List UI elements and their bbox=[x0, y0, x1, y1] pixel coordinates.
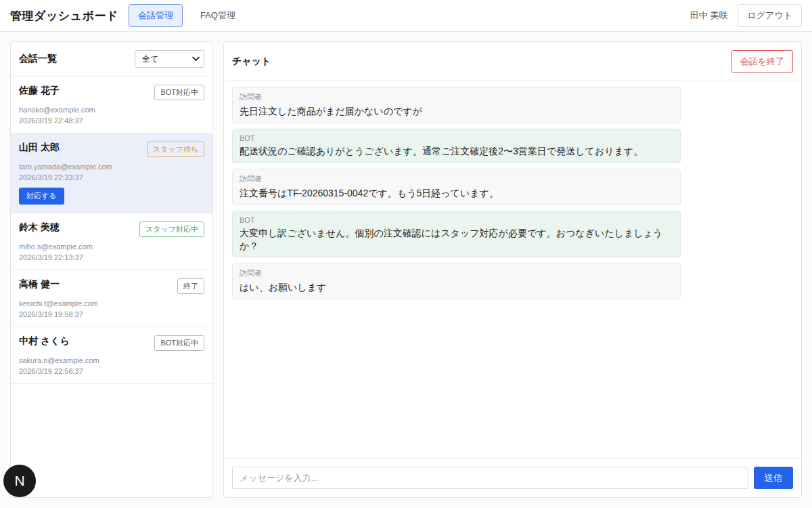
chat-message: BOT 配送状況のご確認ありがとうございます。通常ご注文確定後2〜3営業日で発送… bbox=[232, 129, 681, 163]
take-over-button[interactable]: 対応する bbox=[19, 188, 64, 205]
chat-message: 訪問者 はい、お願いします bbox=[232, 263, 681, 299]
visitor-email: miho.s@example.com bbox=[19, 242, 204, 251]
message-text: はい、お願いします bbox=[240, 281, 673, 294]
content-area: 会話一覧 全て 佐藤 花子 BOT対応中 hanako@example.com bbox=[0, 32, 812, 508]
chat-input-bar: 送信 bbox=[224, 458, 801, 497]
message-sender-label: 訪問者 bbox=[240, 92, 673, 102]
page-title: 管理ダッシュボード bbox=[10, 8, 118, 24]
conversation-list-item[interactable]: 中村 さくら BOT対応中 sakura.n@example.com 2026/… bbox=[11, 327, 212, 384]
chat-title: チャット bbox=[232, 56, 271, 68]
chat-messages: 訪問者 先日注文した商品がまだ届かないのですが BOT 配送状況のご確認ありがと… bbox=[224, 81, 801, 458]
status-badge: スタッフ待ち bbox=[147, 142, 204, 157]
message-input[interactable] bbox=[232, 467, 748, 489]
conversation-timestamp: 2026/3/19 19:58:37 bbox=[19, 310, 204, 318]
message-sender-label: 訪問者 bbox=[240, 268, 673, 278]
logout-button[interactable]: ログアウト bbox=[738, 4, 802, 27]
visitor-name: 鈴木 美穂 bbox=[19, 221, 60, 234]
nextjs-dev-badge[interactable]: N bbox=[3, 465, 36, 497]
status-badge: 終了 bbox=[177, 278, 204, 294]
message-sender-label: 訪問者 bbox=[240, 174, 673, 184]
conversation-filter: 全て bbox=[135, 50, 204, 68]
conversation-list-item[interactable]: 山田 太郎 スタッフ待ち taro.yamada@example.com 202… bbox=[11, 133, 212, 213]
conversation-timestamp: 2026/3/19 22:48:37 bbox=[19, 117, 204, 125]
end-conversation-button[interactable]: 会話を終了 bbox=[731, 50, 793, 73]
visitor-email: sakura.n@example.com bbox=[19, 356, 204, 364]
conversation-item-top: 高橋 健一 終了 bbox=[19, 278, 204, 294]
conversation-item-top: 佐藤 花子 BOT対応中 bbox=[19, 85, 204, 100]
conversation-timestamp: 2026/3/19 22:33:37 bbox=[19, 173, 204, 182]
chat-panel: チャット 会話を終了 訪問者 先日注文した商品がまだ届かないのですが BOT 配… bbox=[223, 41, 802, 498]
chat-message: 訪問者 先日注文した商品がまだ届かないのですが bbox=[232, 87, 681, 123]
chat-message: 訪問者 注文番号はTF-20260315-0042です。もう5日経っています。 bbox=[232, 169, 681, 205]
conversation-list: 佐藤 花子 BOT対応中 hanako@example.com 2026/3/1… bbox=[11, 77, 212, 497]
conversation-list-item[interactable]: 鈴木 美穂 スタッフ対応中 miho.s@example.com 2026/3/… bbox=[11, 213, 212, 270]
send-button[interactable]: 送信 bbox=[754, 467, 793, 489]
visitor-email: taro.yamada@example.com bbox=[19, 163, 204, 171]
status-badge: BOT対応中 bbox=[154, 85, 204, 100]
message-text: 配送状況のご確認ありがとうございます。通常ご注文確定後2〜3営業日で発送しており… bbox=[240, 145, 673, 158]
conversation-timestamp: 2026/3/19 22:56:37 bbox=[19, 367, 204, 375]
conversation-timestamp: 2026/3/19 22:13:37 bbox=[19, 253, 204, 261]
visitor-name: 中村 さくら bbox=[19, 335, 70, 347]
tab-conversation-management[interactable]: 会話管理 bbox=[129, 4, 183, 27]
conversation-item-top: 山田 太郎 スタッフ待ち bbox=[19, 142, 204, 157]
top-header: 管理ダッシュボード 会話管理 FAQ管理 田中 美咲 ログアウト bbox=[0, 0, 812, 32]
chat-message: BOT 大変申し訳ございません。個別の注文確認にはスタッフ対応が必要です。おつな… bbox=[232, 211, 681, 258]
conversation-item-top: 鈴木 美穂 スタッフ対応中 bbox=[19, 221, 204, 237]
message-sender-label: BOT bbox=[240, 216, 673, 224]
status-badge: BOT対応中 bbox=[154, 335, 204, 351]
status-badge: スタッフ対応中 bbox=[139, 221, 204, 237]
user-name: 田中 美咲 bbox=[690, 9, 728, 22]
message-sender-label: BOT bbox=[240, 134, 673, 142]
conversation-list-header: 会話一覧 全て bbox=[11, 42, 212, 77]
visitor-email: hanako@example.com bbox=[19, 106, 204, 114]
conversation-filter-select[interactable]: 全て bbox=[135, 50, 204, 68]
message-text: 先日注文した商品がまだ届かないのですが bbox=[240, 105, 673, 118]
nav-tabs: 会話管理 FAQ管理 bbox=[129, 4, 245, 27]
conversation-list-panel: 会話一覧 全て 佐藤 花子 BOT対応中 hanako@example.com bbox=[10, 41, 213, 498]
visitor-name: 高橋 健一 bbox=[19, 278, 60, 291]
message-text: 注文番号はTF-20260315-0042です。もう5日経っています。 bbox=[240, 187, 673, 200]
message-text: 大変申し訳ございません。個別の注文確認にはスタッフ対応が必要です。おつなぎいたし… bbox=[240, 227, 673, 253]
chat-header: チャット 会話を終了 bbox=[224, 42, 801, 81]
conversation-item-top: 中村 さくら BOT対応中 bbox=[19, 335, 204, 351]
visitor-name: 佐藤 花子 bbox=[19, 85, 60, 97]
visitor-email: kenichi.t@example.com bbox=[19, 299, 204, 308]
visitor-name: 山田 太郎 bbox=[19, 142, 60, 154]
conversation-list-item[interactable]: 佐藤 花子 BOT対応中 hanako@example.com 2026/3/1… bbox=[11, 77, 212, 133]
conversation-list-title: 会話一覧 bbox=[19, 53, 57, 65]
conversation-list-item[interactable]: 高橋 健一 終了 kenichi.t@example.com 2026/3/19… bbox=[11, 270, 212, 327]
tab-faq-management[interactable]: FAQ管理 bbox=[191, 4, 245, 27]
